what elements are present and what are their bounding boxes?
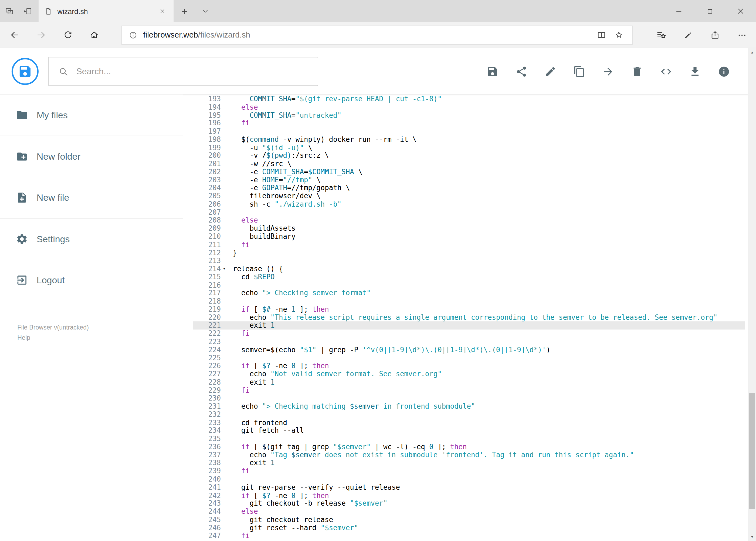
favorite-star-button[interactable]	[610, 26, 627, 44]
sidebar-item-new-file[interactable]: New file	[0, 177, 183, 218]
search-box[interactable]	[48, 57, 318, 86]
code-line-220[interactable]: 220 echo "This release script requires a…	[193, 313, 745, 322]
code-line-198[interactable]: 198 $(command -v winpty) docker run --rm…	[193, 136, 745, 144]
code-line-240[interactable]: 240	[193, 475, 745, 483]
code-line-241[interactable]: 241 git rev-parse --verify --quiet relea…	[193, 483, 745, 491]
info-button[interactable]	[718, 65, 730, 78]
code-line-205[interactable]: 205 filebrowser/dev \	[193, 192, 745, 200]
code-line-200[interactable]: 200 -v /$(pwd):/src:z \	[193, 152, 745, 160]
code-line-227[interactable]: 227 echo "Not valid semver format. See s…	[193, 370, 745, 378]
code-line-226[interactable]: 226 if [ $? -ne 0 ]; then	[193, 362, 745, 370]
code-line-218[interactable]: 218	[193, 297, 745, 305]
new-tab-button[interactable]	[173, 0, 195, 22]
code-line-202[interactable]: 202 -e COMMIT_SHA=$COMMIT_SHA \	[193, 168, 745, 176]
code-line-211[interactable]: 211 fi	[193, 241, 745, 249]
code-line-237[interactable]: 237 echo "Tag $semver does not exist in …	[193, 451, 745, 459]
close-button[interactable]	[725, 0, 756, 22]
sidebar-item-my-files[interactable]: My files	[0, 95, 183, 136]
browser-tab[interactable]: wizard.sh	[39, 0, 173, 22]
refresh-button[interactable]	[55, 22, 81, 48]
home-button[interactable]	[81, 22, 108, 48]
code-line-207[interactable]: 207	[193, 208, 745, 216]
code-line-242[interactable]: 242 if [ $? -ne 0 ]; then	[193, 491, 745, 499]
code-line-203[interactable]: 203 -e HOME="//tmp" \	[193, 176, 745, 184]
code-line-229[interactable]: 229 fi	[193, 386, 745, 394]
code-line-244[interactable]: 244 else	[193, 507, 745, 516]
code-line-212[interactable]: 212}	[193, 249, 745, 257]
code-line-193[interactable]: 193 COMMIT_SHA="$(git rev-parse HEAD | c…	[193, 95, 745, 103]
reading-view-button[interactable]	[593, 26, 610, 44]
scrollbar-thumb[interactable]	[749, 393, 755, 509]
code-line-195[interactable]: 195 COMMIT_SHA="untracked"	[193, 111, 745, 119]
code-line-228[interactable]: 228 exit 1	[193, 378, 745, 386]
code-line-215[interactable]: 215 cd $REPO	[193, 273, 745, 281]
code-line-213[interactable]: 213	[193, 257, 745, 265]
code-line-245[interactable]: 245 git checkout release	[193, 516, 745, 524]
search-input[interactable]	[76, 66, 308, 77]
sidebar-item-new-folder[interactable]: New folder	[0, 136, 183, 177]
tab-close-button[interactable]	[157, 6, 167, 16]
set-tabs-aside-button[interactable]	[18, 0, 37, 22]
code-line-223[interactable]: 223	[193, 337, 745, 346]
back-button[interactable]	[1, 22, 28, 48]
move-button[interactable]	[602, 65, 614, 78]
code-line-239[interactable]: 239 fi	[193, 467, 745, 475]
code-line-216[interactable]: 216	[193, 281, 745, 289]
copy-button[interactable]	[573, 65, 586, 78]
share-button[interactable]	[516, 65, 528, 78]
scroll-down-button[interactable]: ▼	[748, 533, 756, 541]
scrollbar[interactable]: ▲ ▼	[748, 48, 756, 541]
fold-arrow-icon[interactable]: ▾	[221, 265, 233, 273]
code-line-230[interactable]: 230	[193, 394, 745, 402]
scroll-up-button[interactable]: ▲	[748, 48, 756, 56]
share-page-button[interactable]	[701, 22, 728, 48]
annotate-button[interactable]	[674, 22, 701, 48]
download-button[interactable]	[689, 65, 701, 78]
code-line-247[interactable]: 247 fi	[193, 532, 745, 540]
maximize-button[interactable]	[694, 0, 725, 22]
sidebar-item-logout[interactable]: Logout	[0, 260, 183, 300]
code-line-231[interactable]: 231 echo "> Checking matching $semver in…	[193, 402, 745, 410]
code-line-206[interactable]: 206 sh -c "./wizard.sh -b"	[193, 200, 745, 208]
tab-list-button[interactable]	[195, 0, 216, 22]
code-line-201[interactable]: 201 -w //src \	[193, 160, 745, 168]
code-line-232[interactable]: 232	[193, 410, 745, 419]
code-line-217[interactable]: 217 echo "> Checking semver format"	[193, 289, 745, 297]
tab-preview-button[interactable]	[0, 0, 18, 22]
code-line-221[interactable]: 221 exit 1	[193, 321, 745, 329]
code-line-246[interactable]: 246 git reset --hard "$semver"	[193, 524, 745, 532]
forward-button[interactable]	[28, 22, 55, 48]
code-line-204[interactable]: 204 -e GOPATH=//tmp/gopath \	[193, 184, 745, 192]
filebrowser-logo[interactable]	[12, 58, 39, 85]
code-line-243[interactable]: 243 git checkout -b release "$semver"	[193, 499, 745, 507]
code-line-210[interactable]: 210 buildBinary	[193, 233, 745, 241]
code-line-234[interactable]: 234 git fetch --all	[193, 427, 745, 435]
minimize-button[interactable]	[663, 0, 694, 22]
code-line-196[interactable]: 196 fi	[193, 119, 745, 128]
save-button[interactable]	[486, 65, 499, 78]
code-line-238[interactable]: 238 exit 1	[193, 459, 745, 467]
code-line-208[interactable]: 208 else	[193, 216, 745, 225]
code-line-219[interactable]: 219 if [ $# -ne 1 ]; then	[193, 305, 745, 313]
code-line-233[interactable]: 233 cd frontend	[193, 419, 745, 427]
edit-button[interactable]	[544, 65, 557, 78]
code-line-236[interactable]: 236 if [ $(git tag | grep "$semver" | wc…	[193, 443, 745, 451]
site-info-icon[interactable]	[129, 31, 137, 39]
help-link[interactable]: Help	[17, 332, 183, 343]
sidebar-item-settings[interactable]: Settings	[0, 219, 183, 260]
delete-button[interactable]	[631, 65, 643, 78]
more-menu-button[interactable]	[728, 22, 755, 48]
code-line-199[interactable]: 199 -u "$(id -u)" \	[193, 144, 745, 152]
code-editor[interactable]: 193 COMMIT_SHA="$(git rev-parse HEAD | c…	[193, 95, 745, 540]
code-button[interactable]	[660, 65, 672, 78]
hub-button[interactable]	[647, 22, 674, 48]
code-line-209[interactable]: 209 buildAssets	[193, 225, 745, 233]
code-line-194[interactable]: 194 else	[193, 103, 745, 111]
code-line-222[interactable]: 222 fi	[193, 329, 745, 337]
code-line-197[interactable]: 197	[193, 128, 745, 136]
code-line-214[interactable]: 214▾release () {	[193, 265, 745, 273]
code-line-225[interactable]: 225	[193, 354, 745, 362]
code-line-224[interactable]: 224 semver=$(echo "$1" | grep -P '^v(0|[…	[193, 346, 745, 354]
code-line-235[interactable]: 235	[193, 435, 745, 443]
address-bar[interactable]: filebrowser.web/files/wizard.sh	[122, 25, 632, 45]
